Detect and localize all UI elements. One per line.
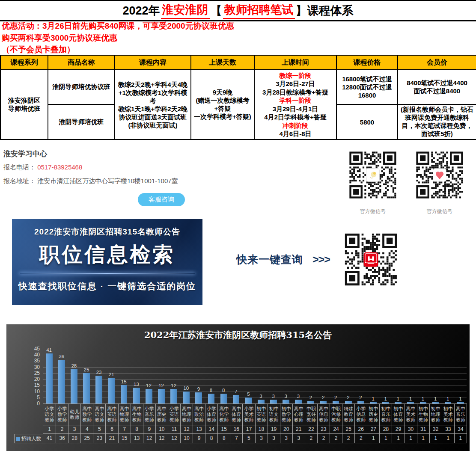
chart-legend: 招聘人数 [14,434,43,443]
schedule-date-3: 3月29日-4月1日 [256,105,335,113]
bar [108,378,115,404]
chart-table-cell: 20 [280,425,292,433]
schedule-phase-3: 冲刺阶段 [256,122,335,130]
chart-table-cell: 21 [105,433,118,443]
chart-table-cell: 初中生物教师 [417,404,429,425]
chart-table-cell: 幼儿教师 [68,404,80,425]
chart-table-cell: 初中历史教师 [367,404,379,425]
bar-value-label: 1 [442,396,454,402]
address-label: 报名地址： [3,177,36,184]
chart-table-cell: 28 [68,433,80,443]
gridline [43,392,467,392]
chart-table-cell: 1 [405,433,417,443]
bar [170,389,177,404]
promo-line-2: 购买两科享受3000元协议班优惠 [2,32,473,44]
chart-data-table: 小学语文教师小学数学教师幼儿教师高中数学教师高中语文教师高中英语教师高中物理教师… [43,404,467,443]
chart-table-cell: 3 [292,433,305,443]
chart-table-cell: 21 [292,425,305,433]
chart-table-cell: 6 [105,425,118,433]
y-axis-tick-label: 10 [24,388,40,395]
chart-table-cell: 中职烹饪教师 [305,404,317,425]
chart-table-cell: 高中化学教师 [217,404,230,425]
chart-table-cell: 13 [131,433,143,443]
chart-table-cell: 15 [118,433,131,443]
chart-table-cell: 29 [392,425,404,433]
gridline [43,349,467,349]
bar-value-label: 8 [205,387,217,393]
chart-table-cell: 8 [131,425,143,433]
customer-service-button[interactable]: 客服咨询 [138,193,185,206]
bar-value-label: 1 [379,396,392,402]
chart-table-cell: 中职汽修教师 [330,404,342,425]
chart-table-cell: 小学信息教师 [354,404,367,425]
bar-value-label: 23 [92,369,105,375]
chart-table-cell: 2 [56,425,68,433]
chart-table-cell: 30 [405,425,417,433]
title-bracket: 【 [211,3,222,18]
chart-table-cell: 33 [442,425,454,433]
chart-table-cell: 高中体育教师 [230,404,242,425]
bar-value-label: 21 [105,371,118,377]
chart-table-cell: 高中语文教师 [93,404,105,425]
chart-table-cell: 3 [268,433,280,443]
schedule-date-5: 4月6日-8日 [256,130,335,138]
chart-table-cell: 初中体育教师 [392,404,404,425]
chart-table-cell: 26 [354,425,367,433]
chart-table-cell: 13 [193,425,205,433]
schedule-phase-2: 学科一阶段 [256,96,335,105]
bar [133,388,140,404]
chart-table-cell: 小学语文教师 [43,404,56,425]
bar-value-label: 12 [143,383,155,389]
chart-table-cell: 1 [367,433,379,443]
legend-label: 招聘人数 [21,436,41,442]
chart-table-cell: 5 [242,433,255,443]
bar-value-label: 25 [80,367,92,373]
chart-table-cell: 高中英语教师 [105,404,118,425]
chart-table-cell: 初中地理教师 [429,404,442,425]
course-table: 课程系列 商品名称 课程内容 上课天数 上课时间 课程价格 会员价 淮安淮阴区 … [0,55,476,140]
bar-value-label: 3 [267,393,280,399]
bar [183,392,190,404]
chart-table-cell: 12 [168,433,180,443]
gridline [43,367,467,368]
bar [146,389,152,404]
chart-table-cell: 初中语文教师 [268,404,280,425]
bar-value-label: 1 [454,396,467,402]
query-qr-code [343,231,399,288]
bar-value-label: 1 [404,396,416,402]
chart-table-cell: 初中音乐教师 [379,404,392,425]
chart-table-cell: 25 [342,425,354,433]
chart-table-cell: 7 [230,433,242,443]
bar-value-label: 2 [330,395,342,401]
bar-value-label: 7 [230,389,242,395]
query-cta: 快来一键查询 >>> [236,252,330,267]
bar [245,398,252,404]
chart-table-cell: 3 [68,425,80,433]
job-search-banner[interactable]: 2022淮安市淮阴区招聘315名教师公告 职位信息检索 快速查找职位信息 · 一… [12,219,202,305]
schedule-phase-1: 教综一阶段 [256,71,335,80]
days-cell: 9天9晚 (赠送一次教综模考+答疑 一次学科模考+答疑) [191,70,254,139]
chart-table-cell: 高中地理教师 [180,404,193,425]
cta-arrows-icon: >>> [312,253,330,265]
col-header-days: 上课天数 [191,55,254,70]
y-axis-tick-label: 20 [24,376,40,383]
y-axis-tick-label: 5 [24,394,40,401]
bar [208,394,215,404]
chart-table-cell: 初中英语教师 [255,404,268,425]
bar-value-label: 5 [242,391,255,397]
chart-title: 2022年江苏淮安市淮阴区教师招聘315名公告 [6,329,470,341]
bar [121,385,128,404]
col-header-series: 课程系列 [0,55,48,70]
chart-table-cell: 7 [118,425,131,433]
chart-table-cell: 1 [454,433,467,443]
price-cell-1: 16800笔试不过退 12800面试不过退 16800 [336,70,398,104]
content-line-2: 教综1天1晚+学科2天2晚协议班进面送3天面试班(非协议班无面试) [116,105,190,129]
y-axis-tick-label: 35 [24,357,40,364]
col-header-price: 课程价格 [336,55,398,70]
bar [283,400,289,404]
phone-label: 报名电话： [3,163,36,171]
product-cell-1: 淮阴导师培优协议班 [48,70,115,104]
chart-table-cell: 10 [180,433,193,443]
bar [295,400,302,404]
chart-table-cell: 高中数学教师 [80,404,93,425]
